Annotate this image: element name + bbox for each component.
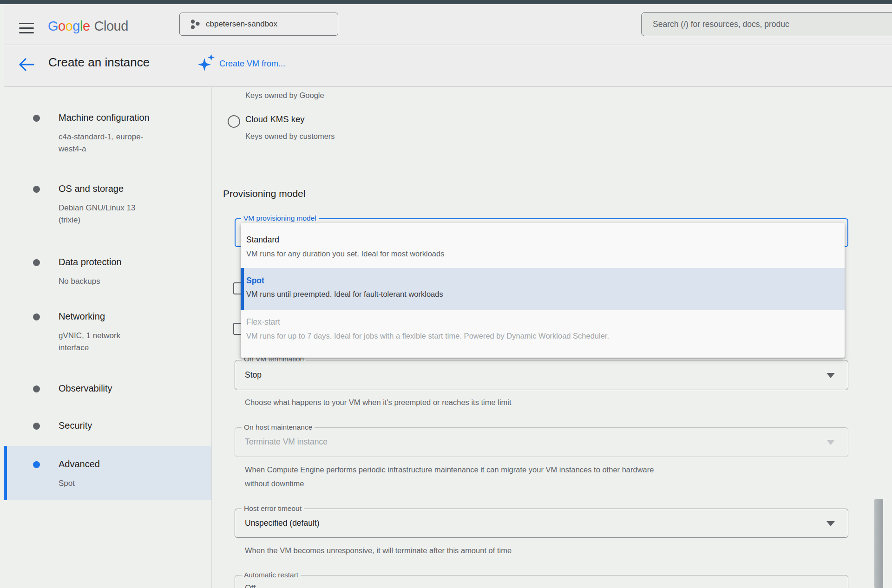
back-arrow-icon[interactable] (19, 58, 34, 72)
screen: GoogleCloud cbpetersen-sandbox Create an… (0, 0, 892, 588)
cloud-logo-text: Cloud (94, 19, 128, 33)
option-name: Flex-start (246, 317, 845, 327)
global-search (641, 12, 892, 36)
sidebar-item-os-and-storage[interactable]: OS and storage Debian GNU/Linux 13 (trix… (4, 183, 211, 235)
project-icon (190, 19, 200, 30)
step-bullet-icon (33, 115, 40, 122)
dropdown-caret-icon (826, 440, 835, 445)
dropdown-caret-icon (826, 373, 835, 378)
sidebar-item-label: Networking (59, 311, 105, 322)
project-name: cbpetersen-sandbox (206, 20, 277, 29)
sidebar-item-sub: No backups (59, 275, 100, 287)
sidebar-divider (211, 87, 212, 588)
sidebar-item-data-protection[interactable]: Data protection No backups (4, 257, 211, 294)
main-menu-icon[interactable] (19, 23, 34, 34)
sidebar-item-networking[interactable]: Networking gVNIC, 1 network interface (4, 311, 211, 362)
sidebar-item-sub: c4a-standard-1, europe- west4-a (59, 131, 143, 155)
field-value: Unspecified (default) (235, 509, 848, 537)
sidebar-item-label: Machine configuration (59, 112, 150, 123)
provisioning-model-heading: Provisioning model (223, 188, 305, 199)
project-selector[interactable]: cbpetersen-sandbox (179, 13, 338, 36)
sidebar-item-observability[interactable]: Observability (4, 383, 211, 402)
window-top-strip (0, 0, 892, 4)
menu-option-standard[interactable]: Standard VM runs for any duration you se… (241, 223, 845, 268)
cloud-kms-key-radio[interactable] (228, 115, 240, 128)
option-description: VM runs for any duration you set. Ideal … (246, 249, 845, 258)
option-name: Standard (246, 235, 845, 245)
sidebar-item-label: Observability (59, 383, 112, 394)
sidebar-item-security[interactable]: Security (4, 420, 211, 439)
field-label: Host error timeout (242, 504, 304, 513)
google-logo-text: Google (48, 19, 90, 33)
provisioning-model-dropdown-menu: Standard VM runs for any duration you se… (241, 223, 845, 358)
field-label: On host maintenance (242, 423, 315, 431)
page-title: Create an instance (48, 55, 150, 70)
field-value: Terminate VM instance (235, 428, 848, 456)
menu-option-flex-start-disabled: Flex-start VM runs for up to 7 days. Ide… (241, 310, 845, 358)
sidebar-item-sub: Spot (59, 477, 75, 490)
on-vm-termination-help: Choose what happens to your VM when it's… (245, 395, 512, 409)
sidebar-item-machine-configuration[interactable]: Machine configuration c4a-standard-1, eu… (4, 112, 211, 163)
menu-option-spot-selected[interactable]: Spot VM runs until preempted. Ideal for … (241, 268, 845, 310)
sidebar-item-advanced[interactable]: Advanced Spot (4, 459, 211, 505)
automatic-restart-select[interactable]: Automatic restart Off (235, 575, 848, 588)
google-cloud-logo: GoogleCloud (48, 19, 128, 34)
step-bullet-icon (33, 385, 40, 392)
step-bullet-icon (33, 423, 40, 430)
option-description: VM runs for up to 7 days. Ideal for jobs… (246, 332, 845, 340)
sidebar-item-sub: Debian GNU/Linux 13 (trixie) (59, 202, 135, 226)
sidebar-item-sub: gVNIC, 1 network interface (59, 330, 120, 354)
app-header-bar: GoogleCloud cbpetersen-sandbox (4, 4, 892, 45)
host-error-timeout-select[interactable]: Host error timeout Unspecified (default) (235, 509, 848, 538)
field-value: Off (235, 575, 848, 588)
search-input[interactable] (642, 13, 892, 36)
cloud-kms-key-label: Cloud KMS key (245, 114, 305, 124)
vm-provisioning-model-label: VM provisioning model (241, 214, 319, 222)
sidebar-item-label: OS and storage (59, 183, 124, 194)
sidebar-item-label: Advanced (59, 459, 100, 470)
keys-owned-by-customers-caption: Keys owned by customers (245, 132, 335, 141)
step-bullet-icon (33, 186, 40, 193)
on-host-maintenance-select-disabled: On host maintenance Terminate VM instanc… (235, 427, 848, 457)
step-bullet-icon (33, 259, 40, 266)
step-bullet-icon (33, 314, 40, 320)
on-host-maintenance-help: When Compute Engine performs periodic in… (245, 463, 654, 490)
host-error-timeout-help: When the VM becomes unresponsive, it wil… (245, 543, 512, 557)
option-description: VM runs until preempted. Ideal for fault… (246, 290, 845, 299)
page-header-bar: Create an instance Create VM from... (4, 46, 892, 87)
field-label: Automatic restart (242, 571, 301, 579)
keys-owned-by-google-caption: Keys owned by Google (245, 91, 324, 100)
step-bullet-icon (33, 461, 40, 468)
option-name: Spot (246, 276, 845, 286)
on-vm-termination-select[interactable]: On VM termination Stop (235, 360, 848, 390)
create-vm-from-button[interactable]: Create VM from... (198, 54, 285, 73)
scrollbar-thumb[interactable] (874, 499, 883, 588)
sidebar-item-label: Security (59, 420, 92, 431)
create-vm-from-label: Create VM from... (219, 59, 285, 69)
field-value: Stop (235, 360, 848, 389)
gemini-sparkle-icon (198, 54, 215, 73)
dropdown-caret-icon (826, 521, 835, 526)
sidebar-item-label: Data protection (59, 257, 122, 268)
